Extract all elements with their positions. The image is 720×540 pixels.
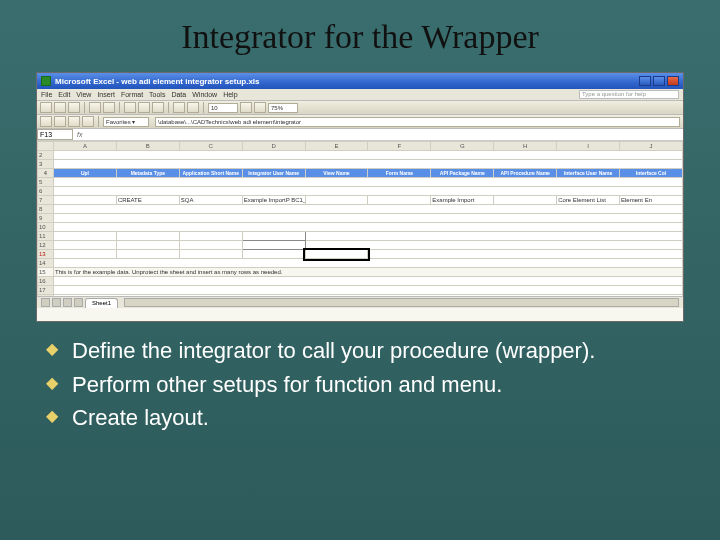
menu-format[interactable]: Format [121,91,143,98]
fx-icon[interactable]: fx [77,131,82,138]
cell-iface-col[interactable]: Element En [620,196,683,205]
hdr-form: Form Name [368,169,431,178]
note-text: This is for the example data. Unprotect … [54,268,683,277]
toolbar-separator [84,102,85,113]
col-header[interactable]: D [242,142,305,151]
print-icon[interactable] [89,102,101,113]
preview-icon[interactable] [103,102,115,113]
menu-tools[interactable]: Tools [149,91,165,98]
row-header[interactable]: 5 [38,178,54,187]
help-search-input[interactable]: Type a question for help [579,90,679,99]
horizontal-scrollbar[interactable] [124,298,679,307]
cut-icon[interactable] [124,102,136,113]
row-header[interactable]: 12 [38,241,54,250]
maximize-button[interactable] [653,76,665,86]
undo-icon[interactable] [173,102,185,113]
hdr-iface-user: Interface User Name [557,169,620,178]
toolbar-separator [168,102,169,113]
sheet-tab[interactable]: Sheet1 [85,298,118,308]
bullet-item: Perform other setups for function and me… [46,370,674,400]
cell-integrator[interactable]: Example ImportP BC1_ROW example PBC1_ROW… [242,196,305,205]
data-row: 7 CREATE SQA Example ImportP BC1_ROW exa… [38,196,683,205]
copy-icon[interactable] [138,102,150,113]
new-icon[interactable] [40,102,52,113]
open-icon[interactable] [54,102,66,113]
row-header[interactable]: 17 [38,286,54,295]
menu-edit[interactable]: Edit [58,91,70,98]
save-icon[interactable] [68,102,80,113]
favorites-label[interactable]: Favorites ▾ [103,117,149,127]
sheet-tab-bar: Sheet1 [37,296,683,308]
hdr-api-proc: API Procedure Name [494,169,557,178]
cell-app[interactable]: SQA [179,196,242,205]
select-all-corner[interactable] [38,142,54,151]
note-row: 15 This is for the example data. Unprote… [38,268,683,277]
row-header[interactable]: 6 [38,187,54,196]
toolbar-separator [98,116,99,127]
row-header[interactable]: 4 [38,169,54,178]
col-header[interactable]: J [620,142,683,151]
menu-file[interactable]: File [41,91,52,98]
first-sheet-icon[interactable] [41,298,50,307]
slide-title: Integrator for the Wrapper [0,18,720,56]
tool-icon[interactable] [82,116,94,127]
bullet-list: Define the integrator to call your proce… [46,336,674,433]
hdr-iface-col: Interface Col [620,169,683,178]
col-header[interactable]: A [54,142,117,151]
font-size-field[interactable]: 10 [208,103,238,113]
menu-insert[interactable]: Insert [97,91,115,98]
window-title-text: Microsoft Excel - web adi element integr… [55,77,260,86]
row-header[interactable]: 10 [38,223,54,232]
row-header[interactable]: 16 [38,277,54,286]
row-header[interactable]: 11 [38,232,54,241]
spreadsheet-grid[interactable]: A B C D E F G H I J 2 3 4 Upl Metadata T… [37,141,683,296]
row-header[interactable]: 13 [38,250,54,259]
window-controls [639,76,679,86]
bold-icon[interactable] [240,102,252,113]
minimize-button[interactable] [639,76,651,86]
row-header[interactable]: 8 [38,205,54,214]
menu-help[interactable]: Help [223,91,237,98]
redo-icon[interactable] [187,102,199,113]
col-header[interactable]: G [431,142,494,151]
standard-toolbar: 10 75% [37,101,683,115]
row-header[interactable]: 9 [38,214,54,223]
row-header[interactable]: 15 [38,268,54,277]
zoom-field[interactable]: 75% [268,103,298,113]
paste-icon[interactable] [152,102,164,113]
cell-metadata[interactable]: CREATE [116,196,179,205]
active-cell[interactable] [305,250,368,259]
toolbar-separator [119,102,120,113]
row-header[interactable]: 7 [38,196,54,205]
next-sheet-icon[interactable] [63,298,72,307]
menu-data[interactable]: Data [171,91,186,98]
tool-icon[interactable] [68,116,80,127]
col-header[interactable]: I [557,142,620,151]
name-box[interactable]: F13 [37,129,73,140]
row-header[interactable]: 14 [38,259,54,268]
last-sheet-icon[interactable] [74,298,83,307]
prev-sheet-icon[interactable] [52,298,61,307]
cell-iface-user[interactable]: Core Element List [557,196,620,205]
tool-icon[interactable] [40,116,52,127]
window-titlebar[interactable]: Microsoft Excel - web adi element integr… [37,73,683,89]
cell-api-pkg[interactable]: Example Import [431,196,494,205]
path-field[interactable]: \database\...\CADTechnics\web adi elemen… [155,117,680,127]
col-header[interactable]: F [368,142,431,151]
toolbar-separator [203,102,204,113]
italic-icon[interactable] [254,102,266,113]
row-header[interactable]: 3 [38,160,54,169]
menu-view[interactable]: View [76,91,91,98]
col-header[interactable]: C [179,142,242,151]
tool-icon[interactable] [54,116,66,127]
hdr-metadata: Metadata Type [116,169,179,178]
close-button[interactable] [667,76,679,86]
bullet-item: Create layout. [46,403,674,433]
menu-window[interactable]: Window [192,91,217,98]
row-header[interactable]: 18 [38,295,54,297]
col-header[interactable]: H [494,142,557,151]
col-header[interactable]: B [116,142,179,151]
row-header[interactable]: 2 [38,151,54,160]
col-header[interactable]: E [305,142,368,151]
formatting-toolbar: Favorites ▾ \database\...\CADTechnics\we… [37,115,683,129]
